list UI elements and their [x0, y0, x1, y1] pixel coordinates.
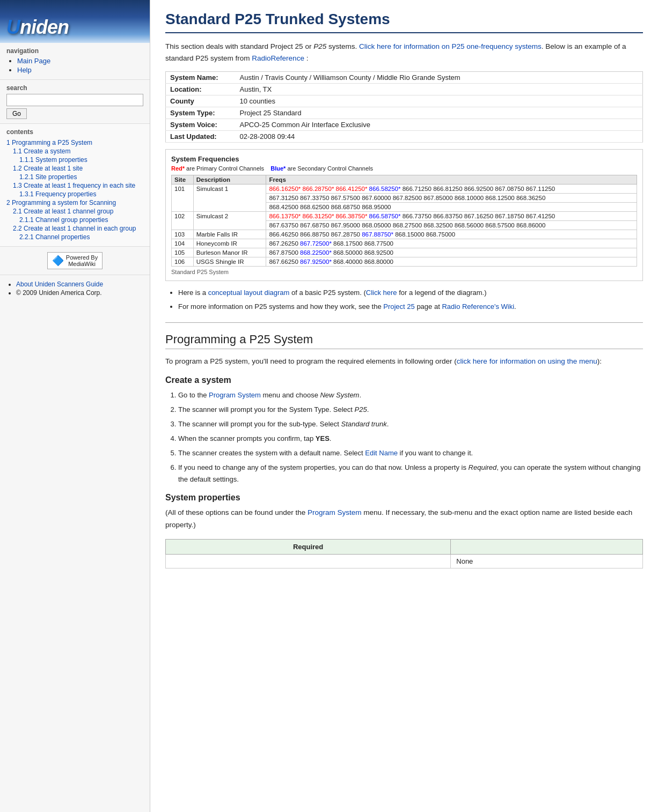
step-3: The scanner will prompt you for the sub-…	[178, 418, 643, 430]
freq-row-101: 101 Simulcast 1 866.16250* 866.28750* 86…	[172, 184, 637, 194]
contents-item-1-1-1[interactable]: 1.1.1 System properties	[19, 156, 87, 164]
navigation-title: navigation	[6, 47, 143, 55]
contents-item-2-2[interactable]: 2.2 Create at least 1 channel in each gr…	[13, 225, 136, 232]
county-label: County	[166, 95, 236, 107]
radioreference-link[interactable]: RadioReference	[252, 54, 304, 62]
logo-area: Uniden	[0, 0, 150, 43]
required-col-header: Required	[166, 540, 451, 555]
contents-item-1-3-1[interactable]: 1.3.1 Frequency properties	[19, 190, 96, 198]
contents-section: contents 1 Programming a P25 System 1.1 …	[0, 124, 150, 247]
sidebar: Uniden navigation Main Page Help search …	[0, 0, 150, 812]
search-label: search	[6, 84, 143, 92]
none-col-header	[451, 540, 643, 555]
desc-marble: Marble Falls IR	[193, 230, 266, 239]
p25-one-freq-link[interactable]: Click here for information on P25 one-fr…	[359, 42, 542, 50]
main-content: Standard P25 Trunked Systems This sectio…	[150, 0, 658, 812]
system-props-heading: System properties	[165, 493, 643, 503]
contents-item-2-1[interactable]: 2.1 Create at least 1 channel group	[13, 208, 113, 215]
desc-simulcast2: Simulcast 2	[193, 212, 266, 230]
none-value: None	[451, 555, 643, 569]
freq-table-title: System Frequencies	[171, 155, 637, 163]
table-row: System Name: Austin / Travis County / Wi…	[166, 72, 643, 84]
col-freqs: Freqs	[266, 175, 637, 184]
logo: Uniden	[6, 16, 69, 39]
desc-simulcast1: Simulcast 1	[193, 184, 266, 212]
col-site: Site	[172, 175, 194, 184]
site-106: 106	[172, 257, 194, 267]
search-button[interactable]: Go	[6, 108, 27, 119]
nav-help[interactable]: Help	[17, 66, 32, 74]
create-system-steps: Go to the Program System menu and choose…	[165, 389, 643, 486]
frequencies-wrapper: System Frequencies Red* are Primary Cont…	[165, 149, 643, 281]
freq-row-104: 104 Honeycomb IR 867.26250 867.72500* 86…	[172, 239, 637, 248]
freq-legend: Red* are Primary Control Channels Blue* …	[171, 165, 637, 172]
powered-text: Powered By MediaWiki	[66, 254, 98, 267]
search-section: search Go	[0, 80, 150, 124]
system-type-label: System Type:	[166, 107, 236, 119]
create-system-heading: Create a system	[165, 375, 643, 385]
site-104: 104	[172, 239, 194, 248]
table-row: County 10 counties	[166, 95, 643, 107]
nav-main-page[interactable]: Main Page	[17, 57, 50, 65]
freq-row-106: 106 USGS Shingle IR 867.66250 867.92500*…	[172, 257, 637, 267]
contents-item-2-1-1[interactable]: 2.1.1 Channel group properties	[19, 216, 108, 224]
section2-intro: To program a P25 system, you'll need to …	[165, 356, 643, 368]
program-system-link-2[interactable]: Program System	[308, 508, 362, 516]
powered-section: 🔷 Powered By MediaWiki	[0, 247, 150, 275]
contents-list: 1 Programming a P25 System 1.1 Create a …	[6, 139, 143, 241]
sidebar-footer: About Uniden Scanners Guide © 2009 Unide…	[0, 275, 150, 302]
desc-honeycomb: Honeycomb IR	[193, 239, 266, 248]
freq-row-105: 105 Burleson Manor IR 867.87500 868.2250…	[172, 248, 637, 257]
intro-paragraph: This section deals with standard Project…	[165, 41, 643, 64]
edit-name-link[interactable]: Edit Name	[365, 449, 398, 457]
site-102: 102	[172, 212, 194, 230]
county-value: 10 counties	[236, 95, 643, 107]
location-value: Austin, TX	[236, 84, 643, 95]
freq-table: Site Description Freqs 101 Simulcast 1 8…	[171, 175, 637, 267]
system-info-table: System Name: Austin / Travis County / Wi…	[165, 71, 643, 143]
step-6: If you need to change any of the system …	[178, 462, 643, 485]
step-4: When the scanner prompts you confirm, ta…	[178, 433, 643, 445]
last-updated-value: 02-28-2008 09:44	[236, 131, 643, 143]
info-bullets: Here is a conceptual layout diagram of a…	[165, 287, 643, 313]
contents-item-1-2[interactable]: 1.2 Create at least 1 site	[13, 165, 83, 172]
contents-item-1[interactable]: 1 Programming a P25 System	[6, 139, 92, 146]
contents-item-2-2-1[interactable]: 2.2.1 Channel properties	[19, 233, 90, 241]
project25-link[interactable]: Project 25	[383, 302, 415, 311]
step-2: The scanner will prompt you for the Syst…	[178, 404, 643, 416]
table-row: None	[166, 555, 643, 569]
system-voice-value: APCO-25 Common Air Interface Exclusive	[236, 119, 643, 131]
search-input[interactable]	[6, 94, 143, 106]
system-name-value: Austin / Travis County / Williamson Coun…	[236, 72, 643, 84]
freq-row-103: 103 Marble Falls IR 866.46250 866.88750 …	[172, 230, 637, 239]
system-voice-label: System Voice:	[166, 119, 236, 131]
table-row: System Voice: APCO-25 Common Air Interfa…	[166, 119, 643, 131]
footer-about[interactable]: About Uniden Scanners Guide	[16, 280, 103, 288]
freq-row-102: 102 Simulcast 2 866.13750* 866.31250* 86…	[172, 212, 637, 221]
legend-blue: Blue*	[270, 165, 286, 172]
legend-link[interactable]: Click here	[366, 289, 397, 297]
legend-red: Red*	[171, 165, 185, 172]
contents-item-1-2-1[interactable]: 1.2.1 Site properties	[19, 173, 77, 181]
site-101: 101	[172, 184, 194, 212]
freq-caption: Standard P25 System	[171, 269, 637, 275]
layout-diagram-link[interactable]: conceptual layout diagram	[208, 289, 290, 297]
menu-info-link[interactable]: click here for information on using the …	[457, 357, 597, 365]
footer-copyright: © 2009 Uniden America Corp.	[16, 289, 102, 297]
contents-item-1-1[interactable]: 1.1 Create a system	[13, 147, 70, 155]
contents-title: contents	[6, 128, 143, 136]
contents-item-1-3[interactable]: 1.3 Create at least 1 frequency in each …	[13, 182, 135, 189]
step-5: The scanner creates the system with a de…	[178, 447, 643, 459]
bullet-2: For more information on P25 systems and …	[178, 301, 643, 313]
site-103: 103	[172, 230, 194, 239]
step-1: Go to the Program System menu and choose…	[178, 389, 643, 401]
program-system-link-1[interactable]: Program System	[209, 391, 261, 399]
rrwiki-link[interactable]: Radio Reference's Wiki	[442, 302, 514, 311]
table-row: Location: Austin, TX	[166, 84, 643, 95]
navigation-nav: Main Page Help	[6, 57, 143, 74]
desc-burleson: Burleson Manor IR	[193, 248, 266, 257]
site-105: 105	[172, 248, 194, 257]
page-title: Standard P25 Trunked Systems	[165, 11, 643, 33]
last-updated-label: Last Updated:	[166, 131, 236, 143]
contents-item-2[interactable]: 2 Programming a system for Scanning	[6, 199, 116, 206]
